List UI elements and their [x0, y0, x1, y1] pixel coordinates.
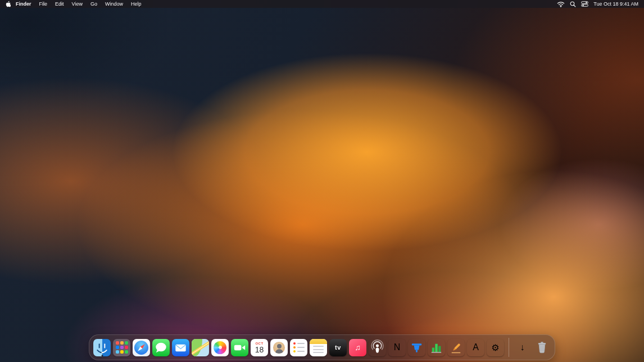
dock-icon-pages[interactable]	[447, 339, 465, 356]
notes-text-line	[313, 346, 324, 347]
news-letter-n: N	[394, 342, 401, 352]
speech-bubble-icon	[152, 339, 170, 356]
envelope-icon	[172, 339, 189, 356]
menu-window[interactable]: Window	[101, 0, 127, 8]
trash-can-icon	[533, 339, 551, 356]
menu-file[interactable]: File	[35, 0, 52, 8]
notes-yellow-band	[310, 339, 327, 344]
wifi-icon[interactable]	[557, 1, 565, 7]
downloads-folder-icon: ↓	[520, 342, 525, 352]
tv-logo-label: tv	[335, 344, 341, 351]
menu-help[interactable]: Help	[127, 0, 146, 8]
desktop-wallpaper[interactable]	[0, 0, 644, 362]
apple-menu[interactable]	[6, 1, 12, 7]
notes-text-line	[313, 349, 324, 350]
menu-view[interactable]: View	[68, 0, 87, 8]
dock-separator	[509, 338, 509, 357]
dock-icon-news[interactable]: N	[388, 339, 406, 356]
dock-icon-tv[interactable]: tv	[329, 339, 347, 356]
dock-icon-trash[interactable]	[533, 339, 551, 356]
app-store-letter-a: A	[473, 342, 479, 352]
dock-icon-numbers[interactable]	[428, 339, 445, 356]
dock-icon-podcasts[interactable]	[369, 339, 386, 356]
music-note-icon: ♫	[355, 343, 361, 352]
active-app-name[interactable]: Finder	[12, 0, 35, 8]
dock-icon-app-store[interactable]: A	[467, 339, 484, 356]
finder-running-indicator	[101, 355, 103, 356]
spotlight-search-icon[interactable]	[570, 1, 576, 7]
reminders-row	[293, 342, 305, 345]
finder-face-icon	[93, 339, 111, 356]
menu-go[interactable]: Go	[87, 0, 101, 8]
dock-icon-photos[interactable]	[211, 339, 229, 356]
numbers-bar-chart-icon	[428, 339, 445, 356]
pages-pen-icon	[447, 339, 465, 356]
menu-bar: Finder File Edit View Go Window Help	[0, 0, 644, 8]
dock-icon-notes[interactable]	[310, 339, 327, 356]
launchpad-grid-icon	[116, 341, 128, 354]
macos-desktop: Finder File Edit View Go Window Help	[0, 0, 644, 362]
reminders-row	[293, 350, 305, 352]
dock-icon-finder[interactable]	[93, 339, 111, 356]
dock-icon-maps[interactable]	[192, 339, 209, 356]
menu-bar-clock[interactable]: Tue Oct 18 9:41 AM	[593, 0, 638, 8]
notes-text-line	[313, 352, 324, 353]
dock-icon-launchpad[interactable]	[113, 339, 130, 356]
dock-icon-music[interactable]: ♫	[349, 339, 366, 356]
dock-icon-contacts[interactable]	[270, 339, 288, 356]
dock-icon-mail[interactable]	[172, 339, 189, 356]
safari-compass-icon	[134, 341, 148, 355]
dock-icon-downloads[interactable]: ↓	[514, 339, 531, 356]
dock-icon-system-settings[interactable]: ⚙	[487, 339, 504, 356]
dock: OCT 18 tv ♫	[89, 334, 555, 360]
photos-pinwheel-icon	[214, 341, 226, 354]
dock-icon-calendar[interactable]: OCT 18	[251, 339, 268, 356]
dock-icon-facetime[interactable]	[231, 339, 248, 356]
download-arrow-icon: ↓	[520, 342, 525, 352]
podcasts-person-waves-icon	[369, 339, 386, 356]
calendar-day-label: 18	[255, 346, 264, 354]
dock-icon-keynote[interactable]	[408, 339, 425, 356]
control-center-icon[interactable]	[581, 1, 588, 7]
apple-logo-icon	[6, 1, 11, 7]
gear-icon: ⚙	[491, 342, 499, 353]
dock-icon-messages[interactable]	[152, 339, 170, 356]
menu-edit[interactable]: Edit	[51, 0, 68, 8]
video-camera-icon	[231, 339, 248, 356]
keynote-podium-icon	[408, 339, 425, 356]
reminders-row	[293, 346, 305, 349]
dock-icon-reminders[interactable]	[290, 339, 307, 356]
contact-silhouette-icon	[273, 342, 285, 354]
dock-icon-safari[interactable]	[133, 339, 150, 356]
